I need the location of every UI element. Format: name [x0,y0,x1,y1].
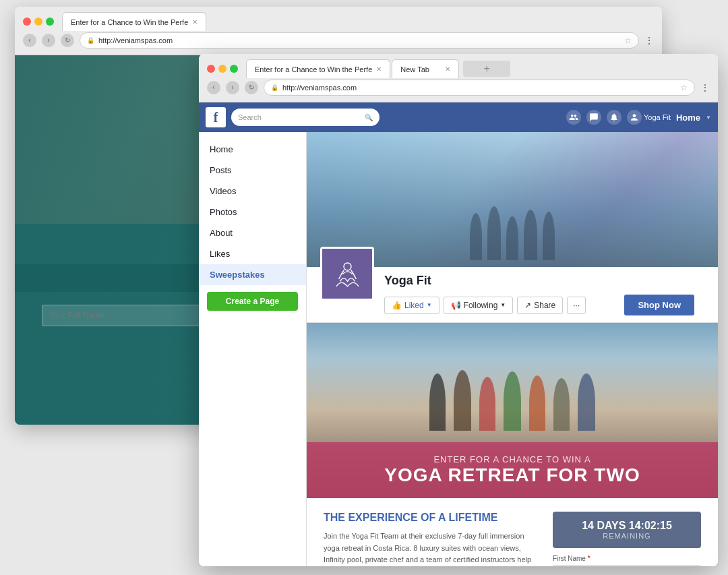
yoga-person-5 [529,375,545,431]
fb-nav-caret-icon[interactable]: ▼ [706,115,711,121]
facebook-page-name: Yoga Fit [384,274,694,288]
sidebar-item-photos[interactable]: Photos [199,202,306,222]
back-tab-close-icon[interactable]: ✕ [192,18,198,26]
fb-account-nav[interactable]: Yoga Fit [627,110,671,125]
fb-search-placeholder: Search [238,113,262,121]
yoga-enter-text: ENTER FOR A CHANCE TO WIN A [327,454,698,464]
facebook-page-actions: 👍 Liked ▼ 📢 Following ▼ ↗ Share [384,288,694,315]
front-browser-chrome: Enter for a Chance to Win the Perfe ✕ Ne… [199,54,718,102]
front-tab-1[interactable]: Enter for a Chance to Win the Perfe ✕ [246,59,390,78]
cover-person-1 [470,213,482,260]
yoga-banner-overlay: ENTER FOR A CHANCE TO WIN A YOGA RETREAT… [307,442,718,498]
forward-btn[interactable]: › [42,34,55,47]
sidebar-item-likes[interactable]: Likes [199,243,306,264]
front-close-button[interactable] [207,65,215,73]
back-tab-active[interactable]: Enter for a Chance to Win the Perfe ✕ [62,12,206,31]
close-button[interactable] [23,18,31,26]
fb-friends-icon[interactable] [566,110,581,125]
fb-account-icon[interactable] [627,110,642,125]
share-button[interactable]: ↗ Share [517,297,563,314]
experience-form-right: 14 DAYS 14:02:15 REMAINING First Name * … [553,512,701,566]
countdown-remaining-label: REMAINING [563,532,691,540]
back-btn[interactable]: ‹ [23,34,36,47]
yoga-person-6 [553,378,570,431]
shop-now-button[interactable]: Shop Now [624,295,694,315]
back-tab-bar: Enter for a Chance to Win the Perfe ✕ [23,12,654,31]
back-tab-title: Enter for a Chance to Win the Perfe [71,18,188,26]
more-options-label: ··· [573,301,580,310]
sidebar-item-about[interactable]: About [199,222,306,243]
sidebar-item-home[interactable]: Home [199,139,306,160]
front-minimize-button[interactable] [218,65,226,73]
front-maximize-button[interactable] [230,65,238,73]
url-text: http://veniamspas.com [98,36,173,44]
front-reload-btn[interactable]: ↻ [245,81,258,94]
sidebar-item-videos[interactable]: Videos [199,181,306,202]
yoga-person-7 [578,373,595,431]
facebook-page-body: Home Posts Videos Photos About Likes Swe… [199,132,718,566]
front-tab-1-close-icon[interactable]: ✕ [376,65,382,73]
facebook-profile-section: Yoga Fit 👍 Liked ▼ 📢 Following ▼ [307,267,718,323]
bookmark-icon[interactable]: ☆ [624,36,632,45]
yoga-retreat-banner: ENTER FOR A CHANCE TO WIN A YOGA RETREAT… [307,323,718,498]
following-caret-icon: ▼ [500,302,506,308]
shop-now-label: Shop Now [638,300,681,310]
cover-person-5 [543,212,555,260]
fb-nav-right: Yoga Fit Home ▼ [566,110,711,125]
facebook-search-bar[interactable]: Search 🔍 [231,109,380,126]
fb-notifications-icon[interactable] [607,110,621,125]
lock-icon: 🔒 [87,37,94,44]
following-button[interactable]: 📢 Following ▼ [444,297,514,314]
sidebar-item-posts[interactable]: Posts [199,160,306,181]
front-lock-icon: 🔒 [271,84,278,91]
more-options-button[interactable]: ··· [567,297,586,314]
front-address-bar: ‹ › ↻ 🔒 http://veniamspas.com ☆ ⋮ [207,78,710,96]
experience-section: THE EXPERIENCE OF A LIFETIME Join the Yo… [307,498,718,566]
front-tab-2-title: New Tab [400,65,429,73]
front-tab-2-close-icon[interactable]: ✕ [445,65,450,73]
front-forward-btn[interactable]: › [226,81,239,94]
maximize-button[interactable] [46,18,54,26]
fb-messages-icon[interactable] [586,110,601,125]
like-button[interactable]: 👍 Liked ▼ [384,297,439,314]
experience-left: THE EXPERIENCE OF A LIFETIME Join the Yo… [324,512,539,566]
front-url-bar[interactable]: 🔒 http://veniamspas.com ☆ [264,80,695,96]
browser-menu-icon[interactable]: ⋮ [644,35,654,46]
front-url-text: http://veniamspas.com [282,84,357,92]
share-label: Share [534,301,555,310]
facebook-page-name-area: Yoga Fit 👍 Liked ▼ 📢 Following ▼ [374,267,704,315]
cover-person-4 [524,210,537,260]
front-browser-menu-icon[interactable]: ⋮ [700,82,710,93]
url-bar[interactable]: 🔒 http://veniamspas.com ☆ [80,32,639,49]
yoga-person-2 [454,370,471,431]
thumbs-up-icon: 👍 [392,301,402,310]
reload-btn[interactable]: ↻ [61,34,74,47]
facebook-main-area: Yoga Fit 👍 Liked ▼ 📢 Following ▼ [307,132,718,566]
front-tab-2[interactable]: New Tab ✕ [392,59,459,78]
yoga-retreat-text: YOGA RETREAT FOR TWO [327,464,698,486]
yoga-person-1 [429,373,446,431]
yoga-person-4 [504,371,521,431]
minimize-button[interactable] [34,18,42,26]
experience-title: THE EXPERIENCE OF A LIFETIME [324,512,539,524]
first-name-input[interactable] [553,565,701,566]
front-browser-window: Enter for a Chance to Win the Perfe ✕ Ne… [199,54,718,566]
traffic-lights [23,18,54,26]
new-tab-button[interactable]: + [463,61,510,77]
back-browser-chrome: Enter for a Chance to Win the Perfe ✕ ‹ … [15,7,662,55]
following-label: Following [464,301,498,310]
front-traffic-lights [207,65,238,73]
first-name-label: First Name * [553,555,701,562]
create-page-button[interactable]: Create a Page [207,292,298,311]
front-back-btn[interactable]: ‹ [207,81,220,94]
fb-home-nav[interactable]: Home [676,113,700,123]
cover-person-2 [487,206,501,260]
like-caret-icon: ▼ [427,302,432,308]
back-address-bar: ‹ › ↻ 🔒 http://veniamspas.com ☆ ⋮ [23,31,654,49]
fb-page-name-nav: Yoga Fit [644,113,671,121]
sidebar-item-sweepstakes[interactable]: Sweepstakes [199,264,306,285]
following-icon: 📢 [451,301,461,310]
profile-logo-svg [329,255,366,293]
front-bookmark-icon[interactable]: ☆ [680,83,688,92]
yoga-retreat-people [307,370,718,431]
